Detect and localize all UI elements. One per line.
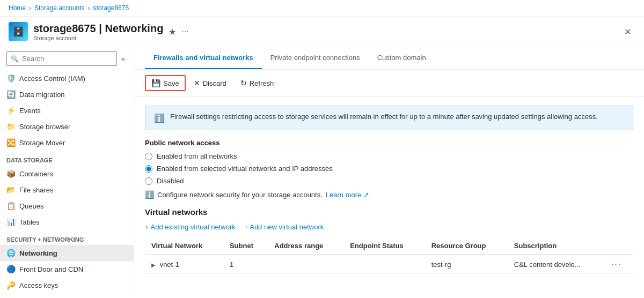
- radio-selected-networks[interactable]: Enabled from selected virtual networks a…: [145, 165, 633, 173]
- queues-icon: 📋: [6, 202, 15, 210]
- networking-icon: 🌐: [6, 249, 15, 257]
- col-subnet: Subnet: [223, 237, 268, 255]
- radio-all-networks-input[interactable]: [145, 153, 152, 160]
- configure-info-icon: ℹ️: [145, 190, 154, 199]
- page-title: storage8675 | Networking: [33, 23, 163, 35]
- toolbar: 💾 Save ✕ Discard ↻ Refresh: [134, 70, 644, 97]
- radio-disabled-input[interactable]: [145, 177, 152, 185]
- cell-subnet: 1: [223, 255, 268, 274]
- more-options-button[interactable]: ···: [181, 27, 188, 36]
- tab-custom-domain[interactable]: Custom domain: [369, 47, 435, 69]
- storage-mover-icon: 🔀: [6, 138, 15, 147]
- sidebar-item-data-migration[interactable]: 🔄 Data migration: [0, 86, 134, 102]
- file-shares-icon: 📂: [6, 185, 15, 194]
- breadcrumb-storage-name[interactable]: storage8675: [93, 4, 129, 12]
- sidebar-item-events[interactable]: ⚡ Events: [0, 102, 134, 118]
- col-subscription: Subscription: [508, 237, 605, 255]
- containers-icon: 📦: [6, 169, 15, 178]
- vnet-actions: + Add existing virtual network + Add new…: [145, 223, 633, 231]
- refresh-button[interactable]: ↻ Refresh: [235, 76, 280, 91]
- sidebar: 🔍 « 🛡️ Access Control (IAM) 🔄 Data migra…: [0, 47, 134, 296]
- learn-more-link[interactable]: Learn more ↗: [326, 191, 369, 199]
- cell-address-range: [268, 255, 343, 274]
- access-control-icon: 🛡️: [6, 74, 15, 83]
- page-header: 🗄️ storage8675 | Networking Storage acco…: [0, 17, 644, 47]
- search-input[interactable]: [6, 51, 117, 66]
- breadcrumb-home[interactable]: Home: [9, 4, 26, 12]
- cell-endpoint-status: [343, 255, 425, 274]
- data-migration-icon: 🔄: [6, 90, 15, 99]
- discard-icon: ✕: [194, 79, 200, 87]
- discard-button[interactable]: ✕ Discard: [188, 76, 232, 91]
- radio-all-networks[interactable]: Enabled from all networks: [145, 152, 633, 160]
- add-existing-vnet-button[interactable]: + Add existing virtual network: [145, 223, 236, 231]
- sidebar-item-tables[interactable]: 📊 Tables: [0, 214, 134, 230]
- refresh-icon: ↻: [240, 79, 247, 87]
- collapse-sidebar-button[interactable]: «: [119, 53, 127, 65]
- events-icon: ⚡: [6, 106, 15, 115]
- data-storage-section-label: Data storage: [0, 151, 134, 166]
- sidebar-item-containers[interactable]: 📦 Containers: [0, 166, 134, 182]
- table-row: ▶ vnet-1 1 test-rg C&L content develo...…: [145, 255, 633, 274]
- col-resource-group: Resource Group: [425, 237, 508, 255]
- virtual-networks-section: Virtual networks + Add existing virtual …: [145, 207, 633, 274]
- info-icon: ℹ️: [154, 113, 165, 123]
- breadcrumb-storage-accounts[interactable]: Storage accounts: [34, 4, 84, 12]
- expand-icon[interactable]: ▶: [151, 262, 156, 268]
- storage-browser-icon: 📁: [6, 122, 15, 131]
- cell-resource-group: test-rg: [425, 255, 508, 274]
- vnet-table: Virtual Network Subnet Address range End…: [145, 237, 633, 274]
- storage-icon: 🗄️: [9, 22, 28, 41]
- sidebar-item-access-control[interactable]: 🛡️ Access Control (IAM): [0, 70, 134, 86]
- front-door-icon: 🔵: [6, 265, 15, 273]
- tab-private-endpoints[interactable]: Private endpoint connections: [262, 47, 369, 69]
- breadcrumb: Home › Storage accounts › storage8675: [0, 0, 644, 17]
- content-area: Firewalls and virtual networks Private e…: [134, 47, 644, 296]
- tab-firewalls[interactable]: Firewalls and virtual networks: [145, 47, 262, 69]
- sidebar-item-storage-mover[interactable]: 🔀 Storage Mover: [0, 135, 134, 151]
- cell-subscription: C&L content develo...: [508, 255, 605, 274]
- search-icon: 🔍: [11, 55, 19, 63]
- tabs-bar: Firewalls and virtual networks Private e…: [134, 47, 644, 70]
- col-actions: [605, 237, 633, 255]
- sidebar-item-networking[interactable]: 🌐 Networking: [0, 245, 134, 261]
- save-button[interactable]: 💾 Save: [145, 75, 186, 91]
- info-banner: ℹ️ Firewall settings restricting access …: [145, 106, 633, 130]
- save-icon: 💾: [151, 79, 160, 87]
- radio-disabled[interactable]: Disabled: [145, 177, 633, 185]
- radio-group: Enabled from all networks Enabled from s…: [145, 152, 633, 185]
- virtual-networks-title: Virtual networks: [145, 207, 633, 217]
- security-networking-section-label: Security + networking: [0, 230, 134, 245]
- sidebar-item-front-door[interactable]: 🔵 Front Door and CDN: [0, 261, 134, 277]
- row-more-button[interactable]: ···: [611, 259, 621, 269]
- cell-row-actions: ···: [605, 255, 633, 274]
- col-endpoint-status: Endpoint Status: [343, 237, 425, 255]
- add-new-vnet-button[interactable]: + Add new virtual network: [244, 223, 324, 231]
- configure-note: ℹ️ Configure network security for your s…: [145, 190, 633, 199]
- sidebar-item-queues[interactable]: 📋 Queues: [0, 198, 134, 214]
- access-keys-icon: 🔑: [6, 281, 15, 289]
- public-network-label: Public network access: [145, 139, 633, 147]
- radio-selected-networks-input[interactable]: [145, 165, 152, 173]
- sidebar-item-file-shares[interactable]: 📂 File shares: [0, 182, 134, 198]
- info-banner-text: Firewall settings restricting access to …: [170, 113, 598, 121]
- tables-icon: 📊: [6, 218, 15, 226]
- page-subtitle: Storage account: [33, 35, 163, 41]
- col-virtual-network: Virtual Network: [145, 237, 223, 255]
- favorite-button[interactable]: ★: [169, 27, 176, 37]
- cell-virtual-network: ▶ vnet-1: [145, 255, 223, 274]
- col-address-range: Address range: [268, 237, 343, 255]
- close-button[interactable]: ✕: [620, 25, 635, 39]
- sidebar-item-storage-browser[interactable]: 📁 Storage browser: [0, 118, 134, 135]
- sidebar-item-access-keys[interactable]: 🔑 Access keys: [0, 277, 134, 293]
- form-content: Public network access Enabled from all n…: [134, 139, 644, 285]
